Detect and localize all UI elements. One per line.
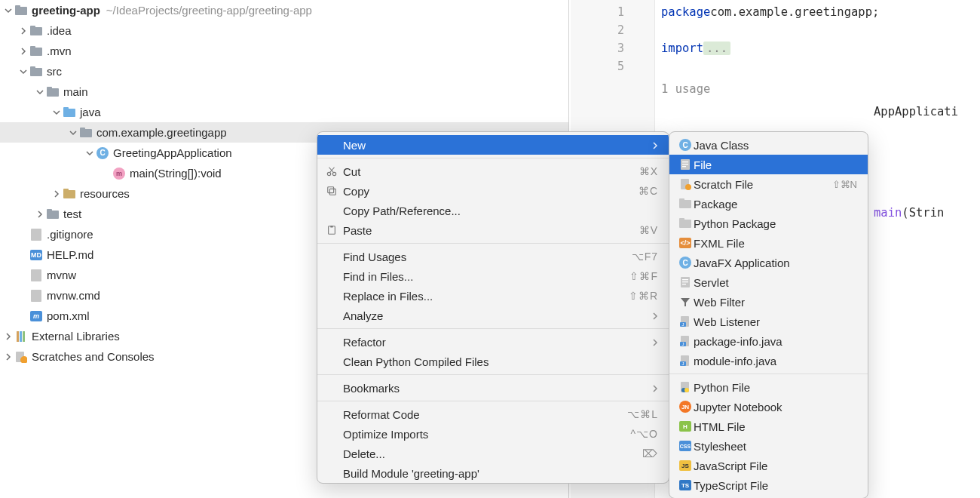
file-dot-icon bbox=[677, 178, 694, 190]
menu-item[interactable]: Refactor bbox=[317, 332, 669, 352]
chevron-down-icon bbox=[3, 5, 14, 16]
menu-item[interactable]: Reformat Code⌥⌘L bbox=[317, 404, 669, 424]
method-icon: m bbox=[113, 168, 125, 180]
submenu-item[interactable]: File bbox=[669, 155, 868, 174]
line-number: 3 bbox=[571, 39, 654, 57]
chevron-down-icon bbox=[51, 107, 62, 118]
chevron-right-icon bbox=[3, 331, 14, 342]
menu-item[interactable]: Paste⌘V bbox=[317, 220, 669, 240]
menu-item[interactable]: Build Module 'greeting-app' bbox=[317, 463, 669, 483]
svg-rect-31 bbox=[330, 226, 333, 228]
submenu-item[interactable]: Python Package bbox=[669, 214, 868, 233]
menu-item[interactable]: Optimize Imports^⌥O bbox=[317, 424, 669, 444]
submenu-item-label: Java Class bbox=[694, 139, 857, 152]
submenu-item[interactable]: Web Filter bbox=[669, 292, 868, 312]
tree-item[interactable]: .idea bbox=[0, 20, 568, 41]
chevron-right-icon bbox=[18, 46, 29, 57]
folder-icon bbox=[63, 188, 75, 200]
library-icon bbox=[15, 330, 27, 343]
paste-icon bbox=[326, 225, 343, 235]
menu-item[interactable]: Analyze bbox=[317, 306, 669, 325]
submenu-item-label: FXML File bbox=[694, 237, 857, 250]
submenu-item[interactable]: Servlet bbox=[669, 272, 868, 292]
submenu-item[interactable]: JNJupyter Notebook bbox=[669, 397, 868, 417]
submenu-item[interactable]: Jpackage-info.java bbox=[669, 331, 868, 351]
menu-shortcut: ⇧⌘N bbox=[832, 179, 857, 190]
ts-icon: TS bbox=[677, 480, 694, 490]
submenu-item[interactable]: JSJavaScript File bbox=[669, 456, 868, 475]
menu-shortcut: ⌦ bbox=[642, 447, 658, 460]
submenu-item[interactable]: HHTML File bbox=[669, 417, 868, 436]
menu-shortcut: ⌥F7 bbox=[632, 251, 658, 263]
chevron-right-icon bbox=[652, 382, 658, 395]
tree-item[interactable]: src bbox=[0, 61, 568, 81]
menu-separator bbox=[669, 374, 868, 374]
file-icon bbox=[677, 276, 694, 288]
submenu-item[interactable]: Package bbox=[669, 194, 868, 214]
submenu-item-label: TypeScript File bbox=[694, 479, 857, 492]
svg-rect-28 bbox=[328, 187, 334, 193]
menu-shortcut: ⌘V bbox=[639, 224, 658, 236]
tree-item[interactable]: java bbox=[0, 102, 568, 122]
svg-rect-29 bbox=[329, 189, 335, 195]
file-j-icon: J bbox=[677, 315, 694, 327]
submenu-item[interactable]: TSTypeScript File bbox=[669, 475, 868, 495]
menu-item-label: Delete... bbox=[343, 447, 642, 460]
svg-rect-23 bbox=[23, 331, 25, 342]
menu-item[interactable]: Copy Path/Reference... bbox=[317, 201, 669, 220]
menu-shortcut: ⌘X bbox=[639, 165, 658, 177]
menu-item[interactable]: Delete...⌦ bbox=[317, 444, 669, 463]
submenu-item[interactable]: </>FXML File bbox=[669, 233, 868, 253]
svg-point-37 bbox=[685, 184, 691, 190]
menu-item[interactable]: New bbox=[317, 135, 669, 155]
menu-item[interactable]: Find in Files...⇧⌘F bbox=[317, 266, 669, 286]
submenu-item[interactable]: JWeb Listener bbox=[669, 312, 868, 331]
scratch-icon bbox=[15, 351, 27, 363]
tree-root[interactable]: greeting-app ~/IdeaProjects/greeting-app… bbox=[0, 0, 568, 20]
submenu-item-label: Package bbox=[694, 198, 857, 211]
folder-icon bbox=[30, 45, 42, 57]
file-j-icon: J bbox=[677, 355, 694, 367]
submenu-item-label: Web Filter bbox=[694, 296, 857, 309]
menu-item[interactable]: Cut⌘X bbox=[317, 161, 669, 181]
filter-icon bbox=[677, 297, 694, 307]
file-icon bbox=[30, 290, 42, 302]
tree-item[interactable]: .mvn bbox=[0, 41, 568, 61]
submenu-item-label: Jupyter Notebook bbox=[694, 401, 857, 413]
chevron-down-icon bbox=[18, 66, 29, 77]
submenu-item-label: Stylesheet bbox=[694, 440, 857, 453]
folder-icon bbox=[30, 25, 42, 37]
menu-item[interactable]: Replace in Files...⇧⌘R bbox=[317, 286, 669, 306]
submenu-item-label: JavaScript File bbox=[694, 460, 857, 472]
menu-item[interactable]: Find Usages⌥F7 bbox=[317, 247, 669, 266]
submenu-item[interactable]: Scratch File⇧⌘N bbox=[669, 174, 868, 194]
menu-item-label: Cut bbox=[343, 165, 639, 178]
submenu-item-label: JavaFX Application bbox=[694, 257, 857, 269]
line-number: 1 bbox=[571, 3, 654, 21]
line-number: 5 bbox=[571, 57, 654, 75]
folder-icon bbox=[30, 66, 42, 78]
svg-point-26 bbox=[327, 172, 330, 175]
code-line bbox=[655, 57, 980, 75]
submenu-item[interactable]: CJavaFX Application bbox=[669, 253, 868, 272]
submenu-item[interactable]: CSSStylesheet bbox=[669, 436, 868, 456]
menu-item[interactable]: Bookmarks bbox=[317, 378, 669, 398]
file-j-icon: J bbox=[677, 335, 694, 347]
menu-item[interactable]: Copy⌘C bbox=[317, 181, 669, 201]
fxml-icon: </> bbox=[677, 238, 694, 248]
svg-rect-33 bbox=[682, 161, 688, 162]
tree-item[interactable]: main bbox=[0, 81, 568, 102]
folder-icon bbox=[15, 5, 27, 17]
usage-hint: 1 usage bbox=[655, 75, 980, 103]
chevron-right-icon bbox=[3, 352, 14, 362]
menu-item[interactable]: Clean Python Compiled Files bbox=[317, 352, 669, 371]
submenu-item-label: Scratch File bbox=[694, 178, 832, 191]
markdown-icon: MD bbox=[30, 249, 42, 261]
menu-item-label: Optimize Imports bbox=[343, 428, 631, 441]
submenu-item[interactable]: CJava Class bbox=[669, 135, 868, 155]
folder-icon bbox=[63, 106, 75, 118]
menu-item-label: Clean Python Compiled Files bbox=[343, 355, 658, 368]
cut-icon bbox=[326, 166, 343, 177]
submenu-item[interactable]: Jmodule-info.java bbox=[669, 351, 868, 370]
submenu-item[interactable]: Python File bbox=[669, 377, 868, 397]
